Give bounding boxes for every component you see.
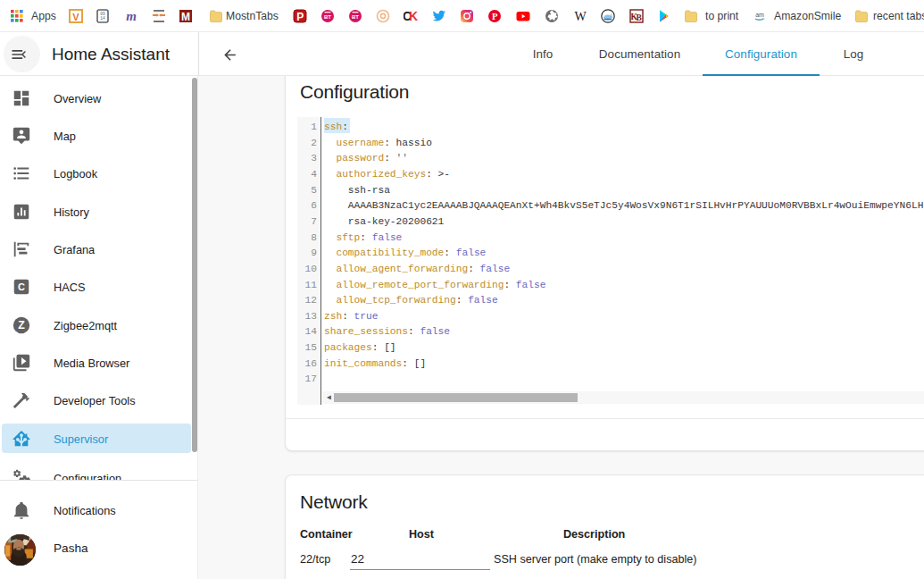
svg-text:BT: BT bbox=[352, 14, 359, 20]
svg-text:Z: Z bbox=[18, 319, 25, 331]
svg-text:am: am bbox=[755, 12, 764, 18]
svg-text:P: P bbox=[296, 11, 304, 23]
svg-text:C: C bbox=[18, 281, 25, 292]
svg-text:14: 14 bbox=[100, 16, 105, 21]
svg-text:K: K bbox=[409, 9, 418, 23]
svg-text:W: W bbox=[574, 10, 587, 23]
svg-text:BT: BT bbox=[324, 14, 331, 20]
svg-text:m: m bbox=[126, 9, 137, 23]
svg-text:V: V bbox=[72, 12, 79, 22]
svg-text:P: P bbox=[492, 12, 498, 21]
svg-text:M: M bbox=[181, 11, 190, 23]
svg-text:B: B bbox=[636, 13, 642, 22]
